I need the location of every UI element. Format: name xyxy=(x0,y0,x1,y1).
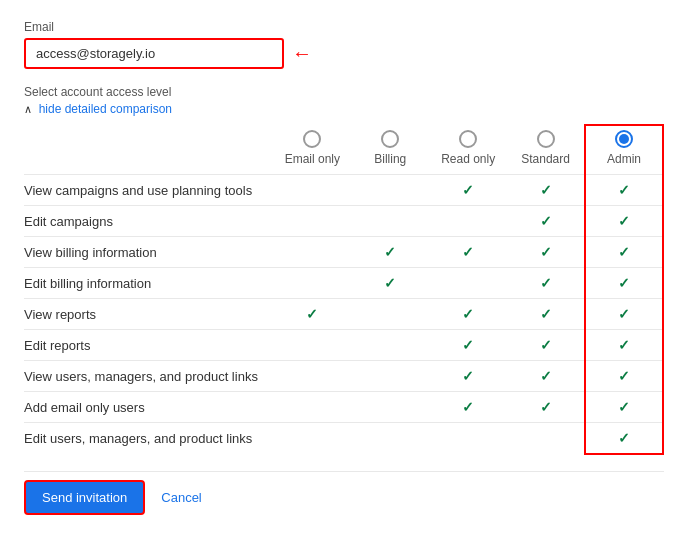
check-icon: ✓ xyxy=(618,368,630,384)
check-icon: ✓ xyxy=(462,399,474,415)
check-icon: ✓ xyxy=(540,306,552,322)
check-icon: ✓ xyxy=(540,337,552,353)
feature-cell: Edit reports xyxy=(24,330,273,361)
check-icon: ✓ xyxy=(618,430,630,446)
feature-cell: View users, managers, and product links xyxy=(24,361,273,392)
check-icon: ✓ xyxy=(462,244,474,260)
check-icon: ✓ xyxy=(462,337,474,353)
check-icon: ✓ xyxy=(462,306,474,322)
email_only-cell xyxy=(273,175,351,206)
feature-column-header xyxy=(24,125,273,175)
billing-header: Billing xyxy=(351,125,429,175)
table-row: View campaigns and use planning tools✓✓✓ xyxy=(24,175,663,206)
read-only-header: Read only xyxy=(429,125,507,175)
table-row: Edit campaigns✓✓ xyxy=(24,206,663,237)
admin-cell: ✓ xyxy=(585,175,663,206)
feature-cell: Edit campaigns xyxy=(24,206,273,237)
admin-cell: ✓ xyxy=(585,206,663,237)
table-row: Add email only users✓✓✓ xyxy=(24,392,663,423)
check-icon: ✓ xyxy=(540,399,552,415)
standard-cell: ✓ xyxy=(507,175,585,206)
feature-cell: View reports xyxy=(24,299,273,330)
check-icon: ✓ xyxy=(618,399,630,415)
email_only-cell xyxy=(273,392,351,423)
check-icon: ✓ xyxy=(462,368,474,384)
feature-cell: Edit billing information xyxy=(24,268,273,299)
check-icon: ✓ xyxy=(618,306,630,322)
read_only-cell: ✓ xyxy=(429,361,507,392)
radio-read-only[interactable] xyxy=(459,130,477,148)
table-row: Edit reports✓✓✓ xyxy=(24,330,663,361)
arrow-right-icon: ← xyxy=(292,42,312,65)
billing-cell: ✓ xyxy=(351,268,429,299)
standard-cell: ✓ xyxy=(507,237,585,268)
standard-cell: ✓ xyxy=(507,206,585,237)
table-row: View billing information✓✓✓✓ xyxy=(24,237,663,268)
standard-header: Standard xyxy=(507,125,585,175)
check-icon: ✓ xyxy=(384,275,396,291)
table-row: Edit users, managers, and product links✓ xyxy=(24,423,663,455)
permissions-table: Email only Billing Read only Standard xyxy=(24,124,664,455)
read_only-cell: ✓ xyxy=(429,392,507,423)
feature-cell: Add email only users xyxy=(24,392,273,423)
standard-cell: ✓ xyxy=(507,330,585,361)
check-icon: ✓ xyxy=(384,244,396,260)
table-row: Edit billing information✓✓✓ xyxy=(24,268,663,299)
check-icon: ✓ xyxy=(618,244,630,260)
chevron-icon: ∧ xyxy=(24,103,32,116)
check-icon: ✓ xyxy=(618,213,630,229)
radio-admin[interactable] xyxy=(615,130,633,148)
check-icon: ✓ xyxy=(540,368,552,384)
admin-cell: ✓ xyxy=(585,330,663,361)
admin-cell: ✓ xyxy=(585,268,663,299)
read_only-cell xyxy=(429,206,507,237)
access-title: Select account access level xyxy=(24,85,664,99)
standard-cell: ✓ xyxy=(507,392,585,423)
feature-cell: Edit users, managers, and product links xyxy=(24,423,273,455)
billing-cell xyxy=(351,330,429,361)
admin-cell: ✓ xyxy=(585,392,663,423)
read_only-cell: ✓ xyxy=(429,330,507,361)
email_only-cell xyxy=(273,268,351,299)
email_only-cell xyxy=(273,237,351,268)
radio-standard[interactable] xyxy=(537,130,555,148)
check-icon: ✓ xyxy=(618,275,630,291)
email_only-cell xyxy=(273,423,351,455)
standard-cell: ✓ xyxy=(507,361,585,392)
admin-cell: ✓ xyxy=(585,237,663,268)
email_only-cell: ✓ xyxy=(273,299,351,330)
table-row: View users, managers, and product links✓… xyxy=(24,361,663,392)
email_only-cell xyxy=(273,206,351,237)
standard-cell: ✓ xyxy=(507,268,585,299)
admin-cell: ✓ xyxy=(585,361,663,392)
billing-cell xyxy=(351,206,429,237)
check-icon: ✓ xyxy=(540,275,552,291)
email_only-cell xyxy=(273,330,351,361)
check-icon: ✓ xyxy=(618,337,630,353)
radio-billing[interactable] xyxy=(381,130,399,148)
check-icon: ✓ xyxy=(306,306,318,322)
radio-email-only[interactable] xyxy=(303,130,321,148)
standard-cell: ✓ xyxy=(507,299,585,330)
check-icon: ✓ xyxy=(462,182,474,198)
billing-cell xyxy=(351,175,429,206)
email_only-cell xyxy=(273,361,351,392)
cancel-button[interactable]: Cancel xyxy=(161,490,201,505)
email-label: Email xyxy=(24,20,664,34)
read_only-cell: ✓ xyxy=(429,237,507,268)
read_only-cell xyxy=(429,268,507,299)
email-input[interactable] xyxy=(24,38,284,69)
read_only-cell: ✓ xyxy=(429,175,507,206)
admin-cell: ✓ xyxy=(585,423,663,455)
check-icon: ✓ xyxy=(540,182,552,198)
hide-comparison-link[interactable]: hide detailed comparison xyxy=(39,102,172,116)
check-icon: ✓ xyxy=(618,182,630,198)
read_only-cell xyxy=(429,423,507,455)
email-only-header: Email only xyxy=(273,125,351,175)
billing-cell xyxy=(351,361,429,392)
billing-cell: ✓ xyxy=(351,237,429,268)
feature-cell: View campaigns and use planning tools xyxy=(24,175,273,206)
standard-cell xyxy=(507,423,585,455)
send-invitation-button[interactable]: Send invitation xyxy=(24,480,145,515)
billing-cell xyxy=(351,299,429,330)
